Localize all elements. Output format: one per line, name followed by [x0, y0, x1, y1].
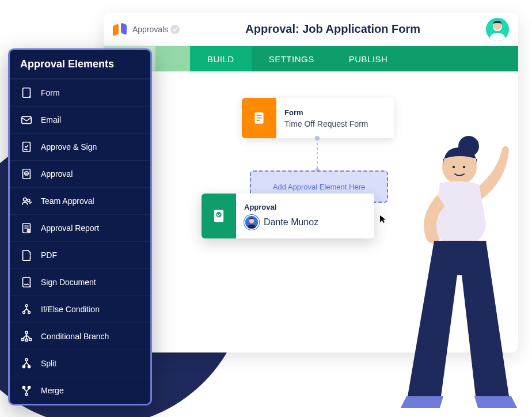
- panel-item-label: PDF: [41, 251, 57, 260]
- form-node-subtitle: Time Off Request Form: [284, 119, 368, 128]
- verified-badge-icon: [170, 25, 180, 34]
- tab-publish[interactable]: PUBLISH: [332, 46, 405, 71]
- panel-item-team-approval[interactable]: Team Approval: [10, 187, 150, 214]
- svg-point-36: [22, 386, 25, 388]
- panel-item-label: Sign Document: [41, 278, 96, 287]
- product-label: Approvals: [132, 25, 168, 34]
- svg-point-20: [24, 198, 27, 202]
- form-icon: [242, 98, 276, 138]
- panel-item-merge[interactable]: Merge: [10, 377, 150, 404]
- panel-item-ifelse[interactable]: If/Else Condition: [10, 295, 150, 323]
- svg-point-27: [23, 312, 25, 314]
- approve-sign-icon: [20, 141, 33, 153]
- svg-point-28: [28, 312, 31, 314]
- svg-rect-32: [29, 339, 32, 341]
- panel-item-label: Form: [41, 88, 60, 97]
- svg-point-14: [463, 166, 465, 168]
- svg-point-10: [249, 218, 254, 223]
- flow-node-form[interactable]: Form Time Off Request Form: [242, 98, 394, 138]
- svg-point-26: [25, 305, 28, 307]
- panel-item-email[interactable]: Email: [10, 106, 150, 133]
- window-header: Approvals Approval: Job Application Form: [104, 13, 518, 46]
- panel-item-branch[interactable]: Conditional Branch: [10, 323, 150, 350]
- approval-node-title: Approval: [244, 203, 318, 211]
- svg-point-33: [25, 359, 28, 361]
- panel-item-label: If/Else Condition: [41, 305, 100, 314]
- svg-point-37: [28, 386, 31, 388]
- elements-panel: Approval Elements FormEmailApprove & Sig…: [8, 48, 152, 405]
- svg-point-21: [27, 199, 30, 202]
- panel-item-approval[interactable]: Approval: [10, 160, 150, 187]
- svg-rect-16: [22, 117, 32, 124]
- team-approval-icon: [20, 195, 33, 207]
- user-avatar[interactable]: [486, 18, 509, 41]
- assignee-name: Dante Munoz: [264, 217, 318, 228]
- panel-item-split[interactable]: Split: [10, 350, 150, 377]
- assignee-avatar: [244, 215, 259, 230]
- approval-icon: [20, 168, 33, 180]
- panel-title: Approval Elements: [10, 50, 150, 79]
- logo-icon: [113, 22, 127, 36]
- panel-item-label: Approval: [41, 169, 73, 179]
- branch-icon: [20, 330, 33, 343]
- panel-item-form[interactable]: Form: [10, 79, 150, 106]
- form-node-title: Form: [284, 108, 368, 117]
- flow-connector: [317, 138, 318, 170]
- approval-report-icon: [20, 222, 33, 234]
- pdf-icon: PDF: [20, 249, 33, 261]
- svg-rect-25: [23, 278, 31, 287]
- sign-document-icon: [20, 276, 33, 289]
- cursor-icon: [379, 214, 388, 226]
- panel-item-approval-report[interactable]: Approval Report: [10, 214, 150, 241]
- panel-item-approve-sign[interactable]: Approve & Sign: [10, 133, 150, 160]
- panel-item-pdf[interactable]: PDFPDF: [10, 241, 150, 268]
- approval-icon: [202, 194, 236, 238]
- svg-rect-30: [22, 339, 24, 341]
- ifelse-icon: [20, 303, 33, 316]
- svg-point-13: [453, 166, 455, 168]
- form-icon: [20, 86, 33, 99]
- svg-text:PDF: PDF: [24, 255, 31, 258]
- svg-rect-6: [257, 120, 260, 121]
- tab-settings[interactable]: SETTINGS: [252, 46, 332, 71]
- panel-item-label: Approve & Sign: [41, 142, 97, 151]
- svg-rect-29: [25, 332, 28, 334]
- email-icon: [20, 113, 33, 126]
- panel-item-label: Merge: [41, 386, 64, 395]
- tab-bar: BUILD SETTINGS PUBLISH: [104, 46, 518, 71]
- panel-item-label: Conditional Branch: [41, 332, 109, 341]
- split-icon: [20, 357, 33, 370]
- tab-spacer: [155, 46, 190, 71]
- page-title: Approval: Job Application Form: [180, 22, 486, 36]
- panel-item-label: Approval Report: [41, 223, 99, 233]
- decorative-person-illustration: [400, 126, 526, 414]
- panel-item-label: Split: [41, 359, 56, 368]
- panel-item-label: Email: [41, 115, 61, 124]
- svg-rect-5: [257, 117, 262, 119]
- panel-item-sign-document[interactable]: Sign Document: [10, 268, 150, 295]
- svg-point-35: [28, 365, 31, 367]
- svg-rect-31: [25, 339, 28, 342]
- svg-point-38: [25, 393, 28, 395]
- merge-icon: [20, 384, 33, 397]
- svg-rect-4: [257, 115, 262, 116]
- tab-build[interactable]: BUILD: [190, 46, 252, 71]
- flow-node-approval[interactable]: Approval Dante Munoz: [202, 194, 374, 238]
- panel-item-label: Team Approval: [41, 196, 94, 206]
- svg-point-34: [22, 365, 25, 367]
